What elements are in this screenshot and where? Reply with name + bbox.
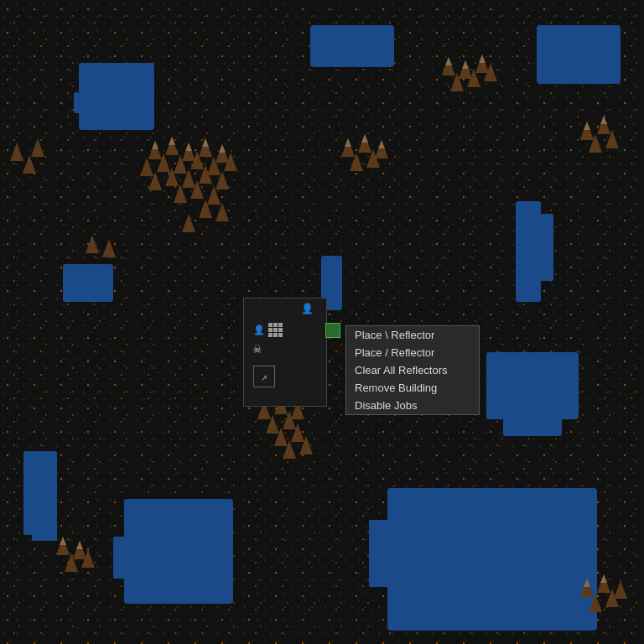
context-menu-item-place-slash[interactable]: Place / Reflector: [346, 344, 479, 361]
context-menu-item-clear-reflectors[interactable]: Clear All Reflectors: [346, 361, 479, 379]
svg-rect-19: [32, 503, 57, 541]
svg-rect-11: [537, 25, 621, 84]
context-menu-item-remove-building[interactable]: Remove Building: [346, 379, 479, 397]
svg-rect-17: [503, 411, 562, 436]
svg-rect-21: [113, 537, 138, 579]
svg-rect-10: [310, 25, 394, 67]
building-panel: 👤 👤 ☠: [243, 298, 327, 407]
svg-rect-16: [486, 352, 579, 419]
context-menu-item-disable-jobs[interactable]: Disable Jobs: [346, 397, 479, 414]
svg-rect-13: [532, 214, 553, 281]
context-menu-item-place-backslash[interactable]: Place \ Reflector: [346, 326, 479, 344]
arrow-box[interactable]: ↗: [253, 366, 275, 387]
person-indicator-icon: 👤: [301, 303, 314, 314]
skull-icon[interactable]: ☠: [253, 340, 262, 356]
svg-rect-20: [124, 499, 233, 604]
green-building-tile[interactable]: [325, 323, 340, 338]
game-map: 👤 👤 ☠: [0, 0, 644, 644]
svg-rect-23: [369, 520, 402, 587]
grid-icon[interactable]: [268, 323, 283, 337]
grid-person-icon: 👤: [253, 325, 265, 335]
svg-rect-14: [63, 264, 113, 302]
svg-rect-9: [74, 92, 99, 113]
svg-rect-22: [387, 488, 597, 631]
context-menu: Place \ Reflector Place / Reflector Clea…: [345, 325, 480, 415]
